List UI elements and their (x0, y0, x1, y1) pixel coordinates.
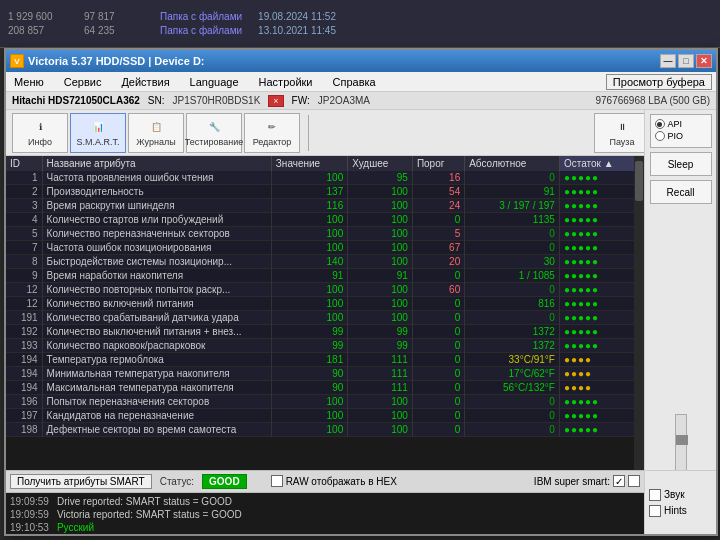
log-time-3: 19:10:53 (10, 521, 49, 534)
cell-abs: 56°C/132°F (465, 381, 560, 395)
toolbar-logs-label: Журналы (136, 137, 175, 147)
hints-checkbox-group[interactable]: Hints (649, 505, 712, 517)
ibm-smart-checkbox[interactable]: ✓ (613, 475, 625, 487)
log-area: 19:09:59 Drive reported: SMART status = … (6, 493, 644, 534)
toolbar-separator (308, 115, 309, 151)
cell-value: 100 (271, 423, 347, 437)
slider-thumb[interactable] (676, 435, 688, 445)
cell-rem: ●●●●● (559, 185, 643, 199)
get-smart-button[interactable]: Получить атрибуты SMART (10, 474, 152, 489)
cell-worst: 91 (348, 269, 413, 283)
radio-group: API PIO (650, 114, 712, 148)
ibm-smart-checkbox2[interactable] (628, 475, 640, 487)
cell-id: 2 (6, 185, 42, 199)
test-icon: 🔧 (204, 119, 224, 135)
col-rem[interactable]: Остаток ▲ (559, 156, 643, 171)
drive-serial: JP1S70HR0BDS1K (173, 95, 261, 106)
cell-abs: 0 (465, 311, 560, 325)
cell-id: 198 (6, 423, 42, 437)
radio-api-dot (655, 119, 665, 129)
raw-hex-checkbox[interactable] (271, 475, 283, 487)
menu-service[interactable]: Сервис (60, 74, 106, 90)
cell-id: 7 (6, 241, 42, 255)
toolbar-editor-label: Редактор (253, 137, 292, 147)
smart-table: ID Название атрибута Значение Худшее Пор… (6, 156, 644, 437)
main-content: ID Название атрибута Значение Худшее Пор… (6, 156, 644, 470)
toolbar: ℹ Инфо 📊 S.M.A.R.T. 📋 Журналы 🔧 Тестиров… (6, 110, 716, 156)
toolbar-test-button[interactable]: 🔧 Тестирование (186, 113, 242, 153)
toolbar-info-button[interactable]: ℹ Инфо (12, 113, 68, 153)
cell-value: 100 (271, 395, 347, 409)
table-row: 2 Производительность 137 100 54 91 ●●●●● (6, 185, 644, 199)
raw-hex-checkbox-group[interactable]: RAW отображать в HEX (271, 475, 397, 487)
cell-rem: ●●●● (559, 381, 643, 395)
menu-settings[interactable]: Настройки (255, 74, 317, 90)
cell-value: 100 (271, 171, 347, 185)
cell-id: 193 (6, 339, 42, 353)
radio-pio[interactable]: PIO (655, 131, 707, 141)
cell-id: 194 (6, 367, 42, 381)
sound-checkbox[interactable] (649, 489, 661, 501)
hints-label: Hints (664, 505, 687, 516)
cell-thresh: 0 (412, 269, 464, 283)
toolbar-editor-button[interactable]: ✏ Редактор (244, 113, 300, 153)
cell-abs: 33°C/91°F (465, 353, 560, 367)
close-button[interactable]: ✕ (696, 54, 712, 68)
top-row-2: 208 857 64 235 Папка с файлами 13.10.202… (8, 24, 712, 38)
drive-close-button[interactable]: × (268, 95, 283, 107)
cell-abs: 1135 (465, 213, 560, 227)
cell-id: 194 (6, 353, 42, 367)
cell-worst: 100 (348, 311, 413, 325)
toolbar-smart-button[interactable]: 📊 S.M.A.R.T. (70, 113, 126, 153)
size-2: 208 857 (8, 25, 68, 36)
cell-abs: 1372 (465, 325, 560, 339)
menu-help[interactable]: Справка (329, 74, 380, 90)
bottom-controls: Получить атрибуты SMART Статус: GOOD RAW… (6, 471, 644, 493)
cell-id: 192 (6, 325, 42, 339)
cell-value: 100 (271, 241, 347, 255)
menu-language[interactable]: Language (186, 74, 243, 90)
minimize-button[interactable]: — (660, 54, 676, 68)
cell-worst: 100 (348, 423, 413, 437)
radio-api[interactable]: API (655, 119, 707, 129)
cell-thresh: 16 (412, 171, 464, 185)
cell-id: 9 (6, 269, 42, 283)
preview-buffer-button[interactable]: Просмотр буфера (606, 74, 712, 90)
menu-actions[interactable]: Действия (117, 74, 173, 90)
cell-worst: 100 (348, 199, 413, 213)
cell-abs: 0 (465, 409, 560, 423)
fw-label: FW: (292, 95, 310, 106)
sleep-button[interactable]: Sleep (650, 152, 712, 176)
scrollbar[interactable] (634, 156, 644, 470)
table-row: 3 Время раскрутки шпинделя 116 100 24 3 … (6, 199, 644, 213)
cell-abs: 91 (465, 185, 560, 199)
top-background-rows: 1 929 600 97 817 Папка с файлами 19.08.2… (0, 0, 720, 48)
cell-id: 8 (6, 255, 42, 269)
title-bar-left: V Victoria 5.37 HDD/SSD | Device D: (10, 54, 205, 68)
cell-thresh: 5 (412, 227, 464, 241)
recall-button[interactable]: Recall (650, 180, 712, 204)
cell-abs: 3 / 197 / 197 (465, 199, 560, 213)
cell-thresh: 0 (412, 409, 464, 423)
table-row: 194 Максимальная температура накопителя … (6, 381, 644, 395)
pause-button[interactable]: ⏸ Пауза (594, 113, 650, 153)
title-controls: — □ ✕ (660, 54, 712, 68)
cell-worst: 100 (348, 395, 413, 409)
cell-value: 91 (271, 269, 347, 283)
table-row: 1 Частота проявления ошибок чтения 100 9… (6, 171, 644, 185)
cell-id: 1 (6, 171, 42, 185)
hints-checkbox[interactable] (649, 505, 661, 517)
menu-menu[interactable]: Меню (10, 74, 48, 90)
toolbar-logs-button[interactable]: 📋 Журналы (128, 113, 184, 153)
maximize-button[interactable]: □ (678, 54, 694, 68)
cell-name: Производительность (42, 185, 271, 199)
type-1: Папка с файлами (160, 11, 242, 22)
cell-name: Количество включений питания (42, 297, 271, 311)
cell-worst: 111 (348, 353, 413, 367)
cell-thresh: 24 (412, 199, 464, 213)
bottom-bar: Получить атрибуты SMART Статус: GOOD RAW… (6, 470, 644, 534)
cell-id: 5 (6, 227, 42, 241)
cell-rem: ●●●●● (559, 395, 643, 409)
sound-checkbox-group[interactable]: Звук (649, 489, 712, 501)
cell-worst: 100 (348, 185, 413, 199)
